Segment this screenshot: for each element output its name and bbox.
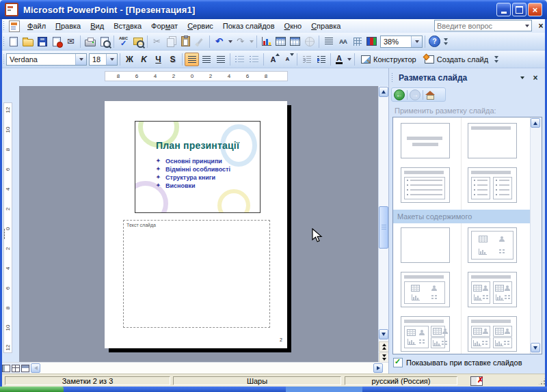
layout-thumb-title-content[interactable]: [401, 272, 450, 307]
bold-button[interactable]: Ж: [122, 53, 137, 66]
checkbox-checked-icon[interactable]: [393, 358, 403, 367]
scroll-up-button[interactable]: [379, 87, 388, 97]
layout-thumb-title-two-content[interactable]: [468, 272, 517, 307]
slide-sorter-view-button[interactable]: [12, 365, 20, 372]
decrease-indent-button[interactable]: [299, 53, 314, 66]
scroll-right-button[interactable]: [373, 363, 383, 373]
notes-text-placeholder[interactable]: Текст слайда: [123, 220, 270, 328]
zoom-dropdown[interactable]: [411, 36, 422, 47]
undo-button[interactable]: ↶: [212, 35, 226, 48]
print-preview-button[interactable]: [97, 35, 111, 48]
scroll-left-button[interactable]: [31, 363, 40, 373]
layout-thumb-blank[interactable]: [401, 227, 450, 263]
powerpoint-app-icon[interactable]: [5, 3, 18, 16]
shrink-font-button[interactable]: А: [280, 53, 295, 66]
next-slide-button[interactable]: [379, 352, 389, 363]
redo-button[interactable]: ↷: [233, 35, 248, 48]
menu-window[interactable]: Окно: [280, 20, 307, 31]
research-button[interactable]: [131, 35, 145, 48]
scroll-down-button[interactable]: [379, 329, 388, 339]
task-pane-grip[interactable]: [392, 73, 392, 83]
horizontal-ruler[interactable]: 8 6 4 2 0 2 4 6 8: [105, 71, 288, 81]
minimize-button[interactable]: [496, 3, 511, 16]
shadow-button[interactable]: S: [165, 53, 180, 66]
vertical-scrollbar[interactable]: [378, 86, 388, 362]
slide-image[interactable]: План презинтації Основні принципи Відмін…: [135, 121, 261, 213]
undo-dropdown[interactable]: [226, 35, 233, 48]
font-size-combobox[interactable]: 18: [89, 53, 118, 66]
task-pane-dropdown[interactable]: [516, 72, 527, 83]
permission-button[interactable]: [49, 35, 64, 48]
insert-table-button[interactable]: [274, 35, 288, 48]
scroll-down-button[interactable]: [531, 343, 540, 352]
print-button[interactable]: [83, 35, 97, 48]
format-painter-button[interactable]: [193, 35, 207, 48]
layout-thumb-content-and-two-content[interactable]: [401, 316, 450, 352]
back-button[interactable]: ←: [394, 89, 405, 100]
close-button[interactable]: ×: [528, 3, 542, 16]
vertical-ruler[interactable]: 12 10 8 6 4 2 0 2 4 6 8 10 12: [3, 102, 12, 353]
notes-page-canvas[interactable]: План презинтації Основні принципи Відмін…: [19, 86, 378, 362]
new-slide-button[interactable]: Создать слайд: [421, 53, 492, 66]
toolbar-grip[interactable]: [3, 55, 4, 64]
italic-button[interactable]: K: [137, 53, 151, 66]
presentation-doc-icon[interactable]: [9, 20, 20, 32]
show-on-insert-option[interactable]: Показывать при вставке слайдов: [393, 358, 522, 367]
color-grayscale-button[interactable]: [364, 35, 379, 48]
help-button[interactable]: ?: [427, 35, 442, 48]
show-formatting-button[interactable]: AA: [336, 35, 350, 48]
font-name-combobox[interactable]: Verdana: [6, 53, 87, 66]
taskbar-button[interactable]: [286, 387, 362, 392]
notes-page[interactable]: План презинтації Основні принципи Відмін…: [105, 101, 287, 348]
menu-edit[interactable]: Правка: [51, 20, 85, 31]
previous-slide-button[interactable]: [379, 341, 389, 352]
menu-file[interactable]: Файл: [23, 20, 51, 31]
save-button[interactable]: [35, 35, 49, 48]
start-button-edge[interactable]: [0, 387, 64, 392]
layout-thumb-title-text[interactable]: [401, 167, 450, 203]
open-button[interactable]: [21, 35, 35, 48]
maximize-button[interactable]: [512, 3, 526, 16]
scrollbar-thumb[interactable]: [379, 206, 388, 249]
align-left-button[interactable]: [185, 53, 199, 66]
task-pane-header[interactable]: Разметка слайда ×: [390, 71, 545, 85]
normal-view-button[interactable]: [2, 365, 10, 372]
font-color-dropdown[interactable]: [345, 53, 352, 66]
font-color-button[interactable]: А: [333, 53, 345, 66]
layout-thumb-title-two-column-text[interactable]: [468, 167, 517, 203]
menu-insert[interactable]: Вставка: [109, 20, 146, 31]
toolbar-grip[interactable]: [3, 37, 4, 46]
task-pane-close-button[interactable]: ×: [530, 72, 541, 83]
numbering-button[interactable]: [232, 53, 247, 66]
underline-button[interactable]: Ч: [151, 53, 165, 66]
scroll-up-button[interactable]: [531, 118, 540, 128]
redo-dropdown[interactable]: [248, 35, 254, 48]
design-button[interactable]: Конструктор: [357, 53, 421, 66]
status-language[interactable]: русский (Россия): [345, 376, 457, 385]
menu-tools[interactable]: Сервис: [183, 20, 218, 31]
bullets-button[interactable]: [247, 53, 261, 66]
ask-question-input[interactable]: [434, 20, 527, 31]
insert-chart-button[interactable]: [259, 35, 274, 48]
increase-indent-button[interactable]: [314, 53, 328, 66]
cut-button[interactable]: ✂: [150, 35, 164, 48]
menu-help[interactable]: Справка: [306, 20, 345, 31]
show-grid-button[interactable]: [350, 35, 364, 48]
toolbar-grip[interactable]: [3, 21, 4, 31]
font-name-dropdown[interactable]: [75, 54, 86, 65]
zoom-combobox[interactable]: 38%: [380, 36, 423, 48]
align-center-button[interactable]: [199, 53, 213, 66]
layout-list[interactable]: Макеты содержимого: [392, 117, 542, 354]
forward-button[interactable]: →: [410, 89, 421, 100]
home-button[interactable]: [425, 91, 435, 99]
menu-view[interactable]: Вид: [85, 20, 109, 31]
layout-thumb-title-only[interactable]: [468, 123, 517, 158]
email-button[interactable]: ✉: [64, 35, 78, 48]
layout-list-scrollbar[interactable]: [530, 117, 542, 354]
copy-button[interactable]: [164, 35, 178, 48]
menu-format[interactable]: Формат: [146, 20, 183, 31]
toolbar-options-button[interactable]: [442, 35, 450, 48]
tables-borders-button[interactable]: [288, 35, 302, 48]
ask-question-dropdown[interactable]: [522, 20, 532, 31]
menu-slideshow[interactable]: Показ слайдов: [218, 20, 280, 31]
